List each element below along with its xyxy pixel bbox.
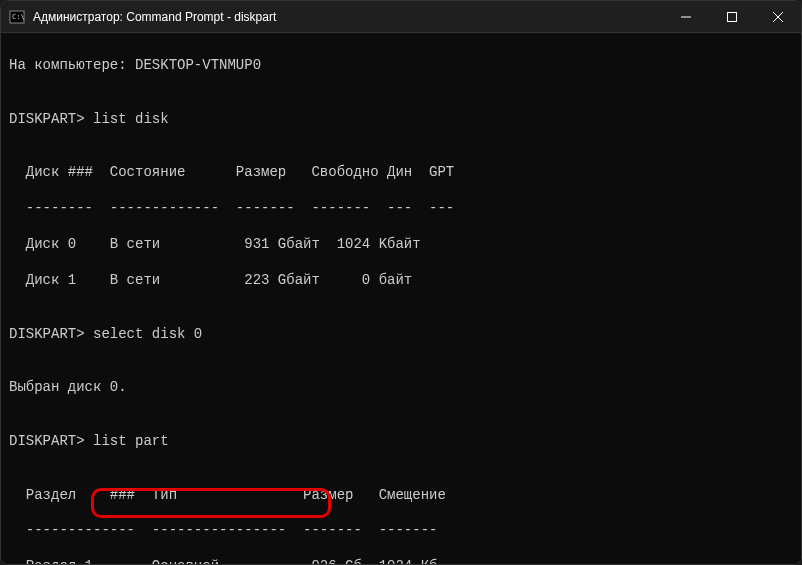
close-button[interactable] bbox=[755, 1, 801, 33]
minimize-button[interactable] bbox=[663, 1, 709, 33]
table-separator: ------------- ---------------- ------- -… bbox=[9, 522, 793, 540]
prompt: DISKPART> bbox=[9, 326, 93, 342]
command: list part bbox=[93, 433, 169, 449]
maximize-button[interactable] bbox=[709, 1, 755, 33]
svg-text:C:\: C:\ bbox=[12, 13, 25, 21]
prompt: DISKPART> bbox=[9, 111, 93, 127]
table-header: Раздел ### Тип Размер Смещение bbox=[9, 487, 793, 505]
command: select disk 0 bbox=[93, 326, 202, 342]
output-line: Выбран диск 0. bbox=[9, 379, 793, 397]
titlebar[interactable]: C:\ Администратор: Command Prompt - disk… bbox=[1, 1, 801, 33]
table-row: Диск 1 В сети 223 Gбайт 0 байт bbox=[9, 272, 793, 290]
table-header: Диск ### Состояние Размер Свободно Дин G… bbox=[9, 164, 793, 182]
window-controls bbox=[663, 1, 801, 32]
table-row: Раздел 1 Основной 926 Gб 1024 Кб bbox=[9, 558, 793, 564]
command: list disk bbox=[93, 111, 169, 127]
command-prompt-window: C:\ Администратор: Command Prompt - disk… bbox=[0, 0, 802, 565]
window-title: Администратор: Command Prompt - diskpart bbox=[33, 10, 663, 24]
prompt-line: DISKPART> list disk bbox=[9, 111, 793, 129]
output-line: На компьютере: DESKTOP-VTNMUP0 bbox=[9, 57, 793, 75]
prompt: DISKPART> bbox=[9, 433, 93, 449]
svg-rect-3 bbox=[728, 13, 737, 22]
prompt-line: DISKPART> select disk 0 bbox=[9, 326, 793, 344]
table-row: Диск 0 В сети 931 Gбайт 1024 Kбайт bbox=[9, 236, 793, 254]
terminal-output[interactable]: На компьютере: DESKTOP-VTNMUP0 DISKPART>… bbox=[1, 33, 801, 564]
prompt-line: DISKPART> list part bbox=[9, 433, 793, 451]
table-separator: -------- ------------- ------- ------- -… bbox=[9, 200, 793, 218]
cmd-icon: C:\ bbox=[9, 9, 25, 25]
